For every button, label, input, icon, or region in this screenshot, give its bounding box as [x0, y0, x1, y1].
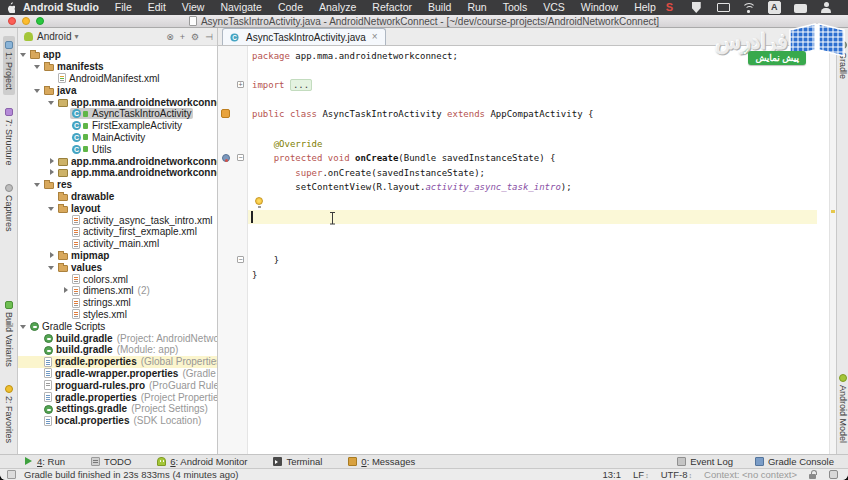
tree-right-arrow-icon[interactable]: [62, 286, 70, 296]
tree-down-arrow-icon[interactable]: [20, 50, 28, 60]
tree-item-activity-main-xml[interactable]: activity_main.xml: [18, 238, 217, 250]
tree-item-activity-async-task-intro-xml[interactable]: activity_async_task_intro.xml: [18, 214, 217, 226]
menu-refactor[interactable]: Refactor: [364, 0, 420, 15]
tree-item-res[interactable]: res: [18, 179, 217, 191]
tree-item-gradle-scripts[interactable]: Gradle Scripts: [18, 320, 217, 332]
tree-item-asynctaskintroactivity[interactable]: AsyncTaskIntroActivity: [18, 108, 217, 120]
tree-down-arrow-icon[interactable]: [48, 203, 56, 213]
toolwindow-toggle-icon[interactable]: [7, 470, 16, 479]
tool-window-button-todo[interactable]: TODO: [91, 456, 131, 467]
encoding-widget[interactable]: UTF-8: [661, 469, 692, 480]
tree-item-app-mma-androidnetworkconnect[interactable]: app.mma.androidnetworkconnect(test): [18, 167, 217, 179]
tool-button-captures[interactable]: Captures: [3, 179, 15, 237]
tree-item-activity-first-exmaple-xml[interactable]: activity_first_exmaple.xml: [18, 226, 217, 238]
tree-item-build-gradle[interactable]: build.gradle(Module: app): [18, 344, 217, 356]
tree-item-gradle-properties[interactable]: gradle.properties(Global Properties): [18, 356, 217, 368]
user-icon[interactable]: [820, 1, 833, 14]
menu-view[interactable]: View: [174, 0, 213, 15]
overriding-method-icon[interactable]: [222, 154, 230, 162]
tool-button-build-variants[interactable]: Build Variants: [3, 296, 15, 372]
editor-area[interactable]: AsyncTaskIntroActivity.java × +−− packag…: [218, 28, 836, 454]
tree-item-drawable[interactable]: drawable: [18, 191, 217, 203]
class-gutter-icon[interactable]: [221, 109, 230, 118]
battery-icon[interactable]: [794, 1, 807, 14]
tool-window-button-terminal[interactable]: Terminal: [273, 456, 322, 467]
tool-window-button-event-log[interactable]: Event Log: [677, 456, 733, 467]
tree-down-arrow-icon[interactable]: [34, 85, 42, 95]
editor-tab-asynctaskintroactivity[interactable]: AsyncTaskIntroActivity.java ×: [222, 28, 386, 45]
hide-panel-icon[interactable]: ⊣: [205, 32, 213, 42]
tree-right-arrow-icon[interactable]: [48, 168, 56, 178]
highlighting-level-icon[interactable]: [829, 470, 838, 479]
menu-help[interactable]: Help: [626, 0, 664, 15]
tree-item-utils[interactable]: Utils: [18, 143, 217, 155]
menu-vcs[interactable]: VCS: [535, 0, 573, 15]
code-viewport[interactable]: +−− package app.mma.androidnetworkconnec…: [218, 46, 836, 454]
tree-item-androidmanifest-xml[interactable]: AndroidManifest.xml: [18, 73, 217, 85]
error-stripe-scrollbar[interactable]: [829, 46, 836, 454]
menu-file[interactable]: File: [107, 0, 140, 15]
tree-item-layout[interactable]: layout: [18, 202, 217, 214]
readonly-lock-icon[interactable]: [809, 470, 817, 479]
tool-window-button-0-messages[interactable]: 0: Messages: [348, 456, 415, 467]
menu-run[interactable]: Run: [459, 0, 494, 15]
window-title-bar[interactable]: AsyncTaskIntroActivity.java - AndroidNet…: [0, 15, 848, 28]
s-app-icon[interactable]: [664, 1, 677, 14]
tool-window-button-gradle-console[interactable]: Gradle Console: [755, 456, 834, 467]
tree-right-arrow-icon[interactable]: [48, 156, 56, 166]
wifi-icon[interactable]: [742, 1, 755, 14]
tree-down-arrow-icon[interactable]: [48, 262, 56, 272]
tree-item-build-gradle[interactable]: build.gradle(Project: AndroidNetworkConn…: [18, 332, 217, 344]
tree-right-arrow-icon[interactable]: [48, 250, 56, 260]
collapse-all-icon[interactable]: ⊗: [166, 32, 174, 42]
tool-button-android-model[interactable]: Android Model: [837, 369, 848, 448]
shield-icon[interactable]: [690, 1, 703, 14]
tree-item-app-mma-androidnetworkconnect[interactable]: app.mma.androidnetworkconnect: [18, 96, 217, 108]
tree-item-settings-gradle[interactable]: settings.gradle(Project Settings): [18, 403, 217, 415]
menu-android-studio[interactable]: Android Studio: [15, 0, 107, 15]
project-view-selector[interactable]: Android: [37, 31, 71, 42]
tree-item-gradle-properties[interactable]: gradle.properties(Project Properties): [18, 391, 217, 403]
close-tab-icon[interactable]: ×: [372, 32, 378, 42]
tree-down-arrow-icon[interactable]: [34, 62, 42, 72]
screen-sharing-icon[interactable]: [716, 1, 729, 14]
tree-item-app[interactable]: app: [18, 49, 217, 61]
code-area[interactable]: +−− package app.mma.androidnetworkconnec…: [218, 46, 817, 454]
tree-item-local-properties[interactable]: local.properties(SDK Location): [18, 415, 217, 427]
fold-collapse-icon[interactable]: −: [237, 256, 244, 263]
menu-analyze[interactable]: Analyze: [311, 0, 364, 15]
tree-down-arrow-icon[interactable]: [48, 97, 56, 107]
tool-button-gradle[interactable]: Gradle: [837, 36, 848, 84]
intention-bulb-icon[interactable]: [255, 197, 263, 205]
menu-window[interactable]: Window: [573, 0, 626, 15]
tree-down-arrow-icon[interactable]: [34, 180, 42, 190]
menu-build[interactable]: Build: [420, 0, 459, 15]
tree-item-styles-xml[interactable]: styles.xml: [18, 309, 217, 321]
tree-item-colors-xml[interactable]: colors.xml: [18, 273, 217, 285]
menu-code[interactable]: Code: [270, 0, 311, 15]
fold-expand-icon[interactable]: +: [237, 81, 244, 88]
fold-collapse-icon[interactable]: −: [237, 154, 244, 161]
tree-item-manifests[interactable]: manifests: [18, 61, 217, 73]
tree-item-java[interactable]: java: [18, 84, 217, 96]
tool-window-button-6-android-monitor[interactable]: 6: Android Monitor: [157, 456, 247, 467]
tree-item-strings-xml[interactable]: strings.xml: [18, 297, 217, 309]
tree-item-firstexampleactivity[interactable]: FirstExampleActivity: [18, 120, 217, 132]
context-widget[interactable]: Context: <no context>: [704, 469, 797, 480]
tool-button-7-structure[interactable]: 7: Structure: [3, 103, 15, 171]
caret-position-widget[interactable]: 13:1: [603, 469, 622, 480]
tree-item-mainactivity[interactable]: MainActivity: [18, 132, 217, 144]
input-source-icon[interactable]: [768, 1, 781, 14]
tool-window-button-4-run[interactable]: 4: Run: [24, 456, 65, 467]
tree-item-dimens-xml[interactable]: dimens.xml(2): [18, 285, 217, 297]
menu-navigate[interactable]: Navigate: [212, 0, 269, 15]
line-separator-widget[interactable]: LF: [633, 469, 649, 480]
menu-tools[interactable]: Tools: [495, 0, 536, 15]
settings-icon[interactable]: ⚙: [191, 32, 199, 42]
tree-item-values[interactable]: values: [18, 261, 217, 273]
apple-menu-icon[interactable]: [6, 2, 15, 13]
caret-line-stripe-mark[interactable]: [831, 210, 835, 213]
tree-item-app-mma-androidnetworkconnect[interactable]: app.mma.androidnetworkconnect(androidTes…: [18, 155, 217, 167]
chevron-down-icon[interactable]: ▾: [74, 32, 78, 41]
tree-item-gradle-wrapper-properties[interactable]: gradle-wrapper.properties(Gradle Version…: [18, 368, 217, 380]
